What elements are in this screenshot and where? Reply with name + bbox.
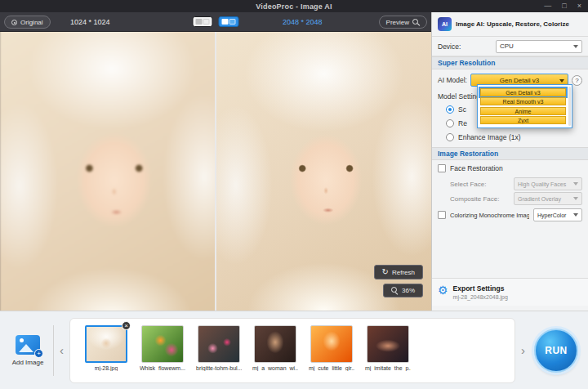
thumbnail-mj-28[interactable]: × mj-28.jpg xyxy=(83,325,129,371)
scroll-right-button[interactable]: › xyxy=(519,344,527,356)
close-button[interactable]: × xyxy=(577,2,581,10)
panel-header: AI Image AI: Upscale, Restore, Colorize xyxy=(432,12,588,37)
device-row: Device: CPU xyxy=(432,37,588,56)
face-restoration-label: Face Restoration xyxy=(450,164,503,172)
device-label: Device: xyxy=(438,42,461,51)
viewer-overlays: ↻ Refresh 36% xyxy=(374,265,423,297)
original-resolution-label: 1024 * 1024 xyxy=(70,18,110,26)
single-view-toggle[interactable] xyxy=(193,16,213,27)
chevron-down-icon xyxy=(573,213,578,217)
thumbnail-a-woman[interactable]: mj_a_woman_wi... xyxy=(252,325,298,371)
radio-enhance-image[interactable]: Enhance Image (1x) xyxy=(438,130,582,144)
colorize-row: Colorizing Monochrome Image: HyperColor xyxy=(432,206,588,224)
thumbnail-name: mj_a_woman_wi... xyxy=(252,365,298,371)
export-settings-row[interactable]: ⚙ Export Settings mj-28_2048x2048.jpg xyxy=(432,278,588,306)
run-button[interactable]: RUN xyxy=(534,329,578,373)
composite-face-row: Composite Face: Gradient Overlay xyxy=(432,191,588,206)
thumbnail-image xyxy=(141,325,184,363)
thumbnail-strip: × mj-28.jpg Whisk_flowewm... brigitte-to… xyxy=(69,318,515,383)
original-image xyxy=(0,32,215,311)
thumbnail-whisk-flower[interactable]: Whisk_flowewm... xyxy=(140,325,185,371)
select-face-select: High Quality Faces xyxy=(514,177,582,190)
export-settings-label: Export Settings xyxy=(453,284,508,293)
dropdown-option-real-smooth-v3[interactable]: Real Smooth v3 xyxy=(480,97,566,105)
colorize-value: HyperColor xyxy=(537,212,566,218)
dropdown-option-zyxt[interactable]: Zyxt xyxy=(480,116,566,124)
original-label: Original xyxy=(20,19,43,26)
refresh-label: Refresh xyxy=(392,269,415,276)
chevron-down-icon xyxy=(573,182,578,186)
thumbnail-imitate[interactable]: mj_imitate_the_p... xyxy=(365,325,411,371)
dropdown-option-gen-detail-v3[interactable]: Gen Detail v3 xyxy=(480,88,566,96)
videoproc-image-ai-window: VideoProc - Image AI — □ × Original 1024… xyxy=(0,0,588,389)
videoproc-ai-logo-icon: AI xyxy=(438,17,452,31)
add-image-button[interactable]: + Add Image xyxy=(7,335,49,366)
settings-panel: AI Image AI: Upscale, Restore, Colorize … xyxy=(431,12,588,311)
device-select[interactable]: CPU xyxy=(496,40,582,53)
zoom-icon xyxy=(391,287,399,294)
view-mode-toggles xyxy=(193,16,239,27)
composite-face-label: Composite Face: xyxy=(450,195,499,203)
original-toggle-button[interactable]: Original xyxy=(4,16,51,29)
colorize-select[interactable]: HyperColor xyxy=(533,208,582,221)
panel-title: Image AI: Upscale, Restore, Colorize xyxy=(456,20,569,28)
thumbnail-brigitte-tohm[interactable]: brigitte-tohm-bul... xyxy=(196,325,242,371)
select-face-label: Select Face: xyxy=(450,181,486,188)
thumbnail-image xyxy=(198,325,240,363)
compare-view-toggle[interactable] xyxy=(219,16,239,27)
content-row: Original 1024 * 1024 2048 * 2048 Preview xyxy=(0,12,588,311)
viewer-column: Original 1024 * 1024 2048 * 2048 Preview xyxy=(0,12,431,311)
maximize-button[interactable]: □ xyxy=(562,2,566,10)
zoom-value: 36% xyxy=(402,287,415,294)
scroll-left-button[interactable]: ‹ xyxy=(58,344,65,356)
thumbnail-name: mj_cute_little_gir... xyxy=(309,365,354,371)
thumbnail-name: mj-28.jpg xyxy=(95,365,118,371)
plus-badge-icon: + xyxy=(34,349,43,358)
preview-label: Preview xyxy=(386,19,409,26)
radio-resolution-label: Re xyxy=(458,119,467,127)
viewer-toolbar: Original 1024 * 1024 2048 * 2048 Preview xyxy=(0,12,431,32)
select-face-row: Select Face: High Quality Faces xyxy=(432,177,588,191)
refresh-button[interactable]: ↻ Refresh xyxy=(374,265,423,279)
radio-scale-label: Sc xyxy=(458,105,466,114)
checkbox-icon xyxy=(438,164,446,172)
section-image-restoration: Image Restoration xyxy=(432,147,588,160)
export-filename: mj-28_2048x2048.jpg xyxy=(453,294,508,300)
zoom-level-indicator[interactable]: 36% xyxy=(383,284,423,297)
thumbnail-cute-little-girl[interactable]: mj_cute_little_gir... xyxy=(309,325,354,371)
window-title: VideoProc - Image AI xyxy=(256,2,332,11)
original-image-pane[interactable] xyxy=(0,32,215,311)
radio-enhance-label: Enhance Image (1x) xyxy=(458,133,521,141)
dropdown-option-anime[interactable]: Anime xyxy=(480,107,566,115)
upscaled-resolution-label: 2048 * 2048 xyxy=(283,18,323,26)
preview-button[interactable]: Preview xyxy=(379,16,427,29)
ai-model-value: Gen Detail v3 xyxy=(500,77,539,84)
chevron-down-icon xyxy=(573,197,578,200)
chevron-down-icon xyxy=(573,45,578,48)
radio-icon xyxy=(446,133,454,141)
compare-view-icon xyxy=(222,19,229,25)
thumbnail-image xyxy=(367,325,409,363)
add-image-icon: + xyxy=(16,335,40,355)
face-restoration-checkbox-row[interactable]: Face Restoration xyxy=(432,160,588,177)
section-super-resolution: Super Resolution xyxy=(432,56,588,69)
thumbnail-image xyxy=(85,325,127,363)
chevron-down-icon xyxy=(559,79,564,83)
thumbnail-image xyxy=(254,325,296,363)
help-button[interactable]: ? xyxy=(572,75,582,86)
checkbox-icon[interactable] xyxy=(438,211,446,219)
thumbnail-name: brigitte-tohm-bul... xyxy=(196,365,242,371)
bottom-bar: + Add Image ‹ × mj-28.jpg Whisk_flowewm.… xyxy=(0,311,588,389)
refresh-icon: ↻ xyxy=(382,268,389,276)
eye-icon xyxy=(11,20,17,25)
window-controls: — □ × xyxy=(544,0,581,12)
ai-model-dropdown: Gen Detail v3 Real Smooth v3 Anime Zyxt xyxy=(477,84,572,128)
minimize-button[interactable]: — xyxy=(544,2,551,10)
ai-model-label: AI Model: xyxy=(438,76,467,84)
compare-viewer: ↻ Refresh 36% xyxy=(0,32,431,311)
composite-face-value: Gradient Overlay xyxy=(518,196,561,202)
remove-thumbnail-button[interactable]: × xyxy=(122,321,131,330)
add-image-label: Add Image xyxy=(12,359,44,366)
panel-spacer xyxy=(432,224,588,278)
thumbnail-image xyxy=(310,325,353,363)
